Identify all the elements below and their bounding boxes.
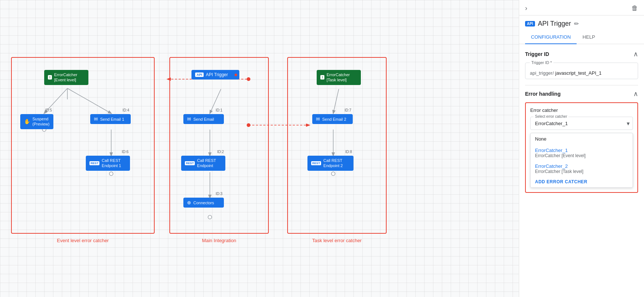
errorcatcher2-sub: ErrorCatcher [Task level] (535, 169, 628, 174)
errorcatcher1-sub: ErrorCatcher [Event level] (535, 153, 628, 158)
api-badge-panel: API (525, 21, 535, 26)
suspend-icon: ✋ (24, 119, 30, 124)
delete-button[interactable]: 🗑 (631, 4, 638, 12)
panel-title: API Trigger (538, 20, 571, 28)
error-catcher-box: Error catcher Select error catcher Error… (525, 102, 638, 193)
send-email-2-label: Send Email 2 (322, 117, 346, 121)
api-badge-node: API (195, 73, 204, 77)
rest-badge-1: REST (89, 161, 99, 165)
divider-1 (525, 85, 638, 85)
error-handling-chevron[interactable]: ∧ (633, 90, 638, 98)
call-rest-2-label: Call REST Endpoint 2 (323, 158, 343, 169)
send-email-main-icon: ✉ (187, 116, 191, 122)
suspend-node[interactable]: ✋ Suspend (Preview) ID:5 (20, 114, 53, 129)
error-handling-title: Error handling (525, 91, 560, 97)
integration-canvas: Event level error catcher Main Integrati… (0, 0, 519, 297)
send-email-main-id: ID:1 (216, 108, 222, 112)
edit-title-button[interactable]: ✏ (574, 20, 579, 27)
dropdown-errorcatcher2-item[interactable]: ErrorCatcher_2 ErrorCatcher [Task level] (531, 161, 633, 176)
rest-badge-main: REST (185, 161, 195, 165)
task-level-label: Task level error catcher (312, 238, 362, 243)
connectors-icon: ⊕ (187, 200, 191, 205)
errorcatcher2-name: ErrorCatcher_2 (535, 163, 628, 169)
errorcatcher1-name: ErrorCatcher_1 (535, 148, 628, 153)
send-email-1-node[interactable]: ✉ Send Email 1 ID:4 (90, 114, 131, 124)
api-trigger-node[interactable]: API API Trigger (191, 70, 239, 79)
send-email-2-icon: ✉ (316, 116, 320, 122)
trigger-id-section-header: Trigger ID ∧ (525, 50, 638, 58)
select-arrow-icon: ▾ (627, 120, 630, 127)
send-email-1-icon: ✉ (94, 116, 98, 122)
tab-configuration[interactable]: CONFIGURATION (525, 31, 577, 44)
select-value: ErrorCatcher_1 (535, 121, 568, 126)
send-email-2-id: ID:7 (345, 108, 351, 112)
tab-help[interactable]: HELP (577, 31, 601, 44)
call-rest-1-node[interactable]: REST Call REST Endpoint 1 ID:6 (86, 156, 130, 171)
error-catcher-select[interactable]: Select error catcher ErrorCatcher_1 ▾ (530, 117, 633, 130)
call-rest-2-id: ID:8 (345, 150, 352, 154)
node-badge-task: ! (320, 75, 324, 79)
call-rest-main-label: Call REST Endpoint (197, 158, 216, 169)
none-label: None (535, 136, 546, 142)
node-badge-event: ! (48, 75, 52, 79)
panel-title-row: API API Trigger ✏ (519, 15, 644, 31)
send-email-1-label: Send Email 1 (100, 117, 124, 121)
trigger-id-field: Trigger ID * api_trigger/ javascript_tes… (525, 63, 638, 79)
trigger-id-prefix: api_trigger/ (530, 70, 554, 76)
add-error-catcher-button[interactable]: ADD ERROR CATCHER (531, 176, 633, 187)
rest-badge-2: REST (311, 161, 321, 165)
call-rest-main-id: ID:2 (217, 150, 224, 154)
trigger-id-value: javascript_test_API_1 (555, 70, 602, 76)
trigger-id-label: Trigger ID * (530, 60, 553, 65)
panel-tabs: CONFIGURATION HELP (519, 31, 644, 44)
trigger-id-title: Trigger ID (525, 51, 549, 57)
dropdown-none-item[interactable]: None (531, 133, 633, 145)
dropdown-errorcatcher1-item[interactable]: ErrorCatcher_1 ErrorCatcher [Event level… (531, 145, 633, 161)
select-label: Select error catcher (534, 114, 569, 119)
error-catcher-event-label: ErrorCatcher [Event level] (54, 72, 77, 83)
send-email-main-node[interactable]: ✉ Send Email ID:1 (183, 114, 224, 124)
main-integration-label: Main Integration (202, 238, 236, 243)
call-rest-1-label: Call REST Endpoint 1 (102, 158, 121, 169)
panel-content: Trigger ID ∧ Trigger ID * api_trigger/ j… (519, 44, 644, 297)
suspend-label: Suspend (Preview) (32, 116, 49, 127)
call-rest-1-id: ID:6 (122, 150, 129, 154)
panel-header: › 🗑 (519, 0, 644, 15)
right-panel: › 🗑 API API Trigger ✏ CONFIGURATION HELP… (519, 0, 644, 297)
error-catcher-dropdown: None ErrorCatcher_1 ErrorCatcher [Event … (530, 133, 633, 188)
error-catcher-task-node[interactable]: ! ErrorCatcher [Task level] (317, 70, 361, 85)
error-catcher-box-title: Error catcher (530, 107, 633, 113)
error-catcher-event-node[interactable]: ! ErrorCatcher [Event level] (44, 70, 88, 85)
event-level-label: Event level error catcher (57, 238, 109, 243)
collapse-panel-button[interactable]: › (525, 4, 527, 12)
suspend-id: ID:5 (45, 108, 52, 112)
error-catcher-task-label: ErrorCatcher [Task level] (327, 72, 350, 83)
call-rest-2-node[interactable]: REST Call REST Endpoint 2 ID:8 (307, 156, 353, 171)
send-email-2-node[interactable]: ✉ Send Email 2 ID:7 (312, 114, 353, 124)
send-email-1-id: ID:4 (123, 108, 129, 112)
trigger-id-value-row: api_trigger/ javascript_test_API_1 (530, 70, 633, 76)
error-handling-section-header: Error handling ∧ (525, 90, 638, 98)
connectors-label: Connectors (193, 201, 214, 205)
trigger-id-chevron[interactable]: ∧ (633, 50, 638, 58)
connectors-id: ID:3 (216, 192, 222, 196)
connectors-node[interactable]: ⊕ Connectors ID:3 (183, 198, 224, 208)
api-trigger-label: API Trigger (206, 72, 228, 77)
send-email-main-label: Send Email (193, 117, 214, 121)
call-rest-main-node[interactable]: REST Call REST Endpoint ID:2 (181, 156, 225, 171)
